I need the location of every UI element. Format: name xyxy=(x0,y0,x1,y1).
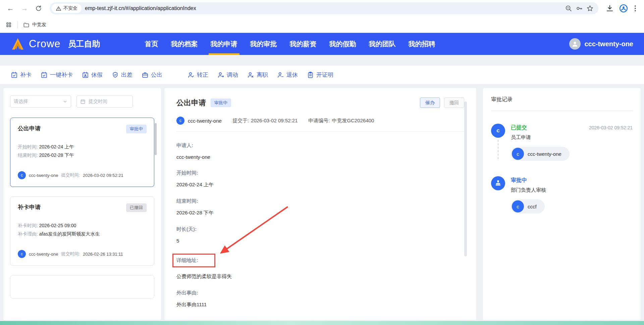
step-description: 部门负责人审核 xyxy=(511,187,633,193)
withdraw-button[interactable]: 撤回 xyxy=(444,97,464,108)
row-label: 补卡理由: xyxy=(18,231,38,237)
address-bar[interactable]: 不安全 emp-test.zjf-it.cn/#/application/app… xyxy=(50,2,598,14)
sidebar-scrollbar[interactable] xyxy=(155,123,157,155)
application-list-panel: 请选择 提交时间 公出申请 审批中 开始时间: 2026-02-24 上午 结束… xyxy=(3,88,161,320)
action-label: 调动 xyxy=(227,71,238,79)
calendar-icon xyxy=(80,99,86,104)
browser-menu-icon[interactable] xyxy=(633,4,637,13)
application-no: 中竞发GC2026400 xyxy=(332,118,374,124)
card-footer: c ccc-twenty-one 提交时间: 2026-03-02 09:52:… xyxy=(18,171,147,179)
user-avatar-icon xyxy=(569,38,581,50)
app-logo[interactable]: Crowe 员工自助 xyxy=(11,38,100,50)
field-value: 外出事由1111 xyxy=(176,302,464,308)
field-value: 公费师范的柔软是非得失 xyxy=(176,273,464,280)
approver-pill: c ccc-twenty-one xyxy=(511,147,570,161)
row-label: 开始时间: xyxy=(18,144,38,149)
field-label: 详细地址: xyxy=(176,257,198,264)
row-label: 补卡时间: xyxy=(18,223,38,228)
application-card-outing[interactable]: 公出申请 审批中 开始时间: 2026-02-24 上午 结束时间: 2026-… xyxy=(10,118,154,187)
chevron-down-icon xyxy=(63,99,67,104)
action-transfer[interactable]: 调动 xyxy=(217,71,238,79)
card-rows: 补卡时间: 2026-02-25 09:00 补卡理由: afas发生的发阿斯顿… xyxy=(18,221,147,238)
brand-name: Crowe xyxy=(29,38,61,50)
detail-actions: 催办 撤回 xyxy=(420,97,464,108)
submitter-name: ccc-twenty-one xyxy=(188,118,222,124)
step-description: 员工申请 xyxy=(511,134,633,141)
type-filter-select[interactable]: 请选择 xyxy=(10,95,71,108)
action-leave[interactable]: 休假 xyxy=(82,71,103,79)
nav-my-profile[interactable]: 我的档案 xyxy=(170,33,199,55)
field-value: 2026-02-24 上午 xyxy=(176,182,464,188)
row-value: afas发生的发阿斯顿发大水生 xyxy=(39,231,100,237)
nav-my-approvals[interactable]: 我的审批 xyxy=(249,33,278,55)
nav-home[interactable]: 首页 xyxy=(144,33,159,55)
submit-time-filter[interactable]: 提交时间 xyxy=(76,95,133,108)
zoom-out-icon[interactable] xyxy=(565,5,572,12)
action-one-click-card-replacement[interactable]: 一键补卡 xyxy=(41,71,73,79)
person-arrows-icon xyxy=(217,71,224,78)
calendar-check-icon xyxy=(41,71,48,78)
clipboard-icon xyxy=(307,71,314,78)
warning-icon xyxy=(56,6,61,11)
person-check-icon xyxy=(187,71,195,78)
row-value: 2026-02-28 下午 xyxy=(39,152,74,158)
user-menu[interactable]: ccc-twenty-one xyxy=(569,38,633,50)
person-icon xyxy=(277,71,284,78)
submit-time-value: 2026-02-26 13:31:11 xyxy=(83,252,123,257)
application-detail-panel: 公出申请 审批中 催办 撤回 c ccc-twenty-one 提交于:2026… xyxy=(164,88,476,320)
profile-icon[interactable] xyxy=(619,4,628,13)
row-value: 2026-02-24 上午 xyxy=(39,144,74,149)
reload-icon[interactable] xyxy=(33,3,44,14)
nav-my-attendance[interactable]: 我的假勤 xyxy=(328,33,357,55)
field-label: 时长(天): xyxy=(176,226,464,233)
submitter-row: c ccc-twenty-one 提交于:2026-03-02 09:52:21… xyxy=(176,117,464,125)
nav-my-salary[interactable]: 我的薪资 xyxy=(289,33,318,55)
approver-name: cccf xyxy=(528,204,537,209)
field-applicant: 申请人: ccc-twenty-one xyxy=(176,142,464,160)
avatar: c xyxy=(512,200,524,212)
download-icon[interactable] xyxy=(606,4,614,12)
field-detailed-address: 详细地址: 公费师范的柔软是非得失 xyxy=(176,254,464,280)
step-status: 审批中 xyxy=(511,177,527,184)
apps-grid-icon[interactable] xyxy=(5,21,12,28)
crowe-logo-icon xyxy=(11,38,25,50)
chrome-actions xyxy=(604,4,639,13)
nav-my-recruiting[interactable]: 我的招聘 xyxy=(408,33,436,55)
application-card-replacement[interactable]: 补卡申请 已撤回 补卡时间: 2026-02-25 09:00 补卡理由: af… xyxy=(10,196,154,266)
action-certificate[interactable]: 开证明 xyxy=(307,71,333,79)
field-end-time: 结束时间: 2026-02-28 下午 xyxy=(176,198,464,216)
nav-my-team[interactable]: 我的团队 xyxy=(368,33,397,55)
action-card-replacement[interactable]: 补卡 xyxy=(11,71,32,79)
row-value: 2026-02-25 09:00 xyxy=(39,223,76,228)
key-icon[interactable] xyxy=(576,5,583,12)
detail-title: 公出申请 xyxy=(176,98,206,108)
detail-status-badge: 审批中 xyxy=(211,99,231,107)
action-label: 退休 xyxy=(286,71,298,79)
action-label: 公出 xyxy=(151,71,162,79)
action-resignation[interactable]: 离职 xyxy=(247,71,268,79)
action-official-outing[interactable]: 公出 xyxy=(142,71,162,79)
card-footer: c ccc-twenty-one 提交时间: 2026-02-26 13:31:… xyxy=(18,250,147,258)
nav-my-applications[interactable]: 我的申请 xyxy=(210,33,238,55)
submit-time-value: 2026-03-02 09:52:21 xyxy=(83,173,123,178)
url-text[interactable]: emp-test.zjf-it.cn/#/application/applica… xyxy=(85,5,196,11)
action-retirement[interactable]: 退休 xyxy=(277,71,298,79)
application-card-partial[interactable] xyxy=(10,275,154,299)
action-label: 离职 xyxy=(257,71,268,79)
back-icon[interactable]: ← xyxy=(5,3,16,14)
urge-button[interactable]: 催办 xyxy=(420,97,440,108)
red-highlight-box: 详细地址: xyxy=(172,254,215,267)
bookmark-star-icon[interactable] xyxy=(586,5,594,12)
main-scrollbar[interactable] xyxy=(464,102,467,256)
field-start-time: 开始时间: 2026-02-24 上午 xyxy=(176,170,464,188)
detail-header: 公出申请 审批中 催办 撤回 xyxy=(176,97,464,108)
action-business-trip[interactable]: 出差 xyxy=(112,71,132,79)
action-regularization[interactable]: 转正 xyxy=(187,71,208,79)
stamp-icon xyxy=(491,176,505,190)
bookmark-folder[interactable]: 中竞发 xyxy=(23,22,46,28)
forward-icon[interactable]: → xyxy=(19,3,30,14)
field-outing-reason: 外出事由: 外出事由1111 xyxy=(176,290,464,308)
badge-check-icon xyxy=(112,71,119,78)
security-chip[interactable]: 不安全 xyxy=(52,4,82,13)
list-filters: 请选择 提交时间 xyxy=(10,95,154,108)
